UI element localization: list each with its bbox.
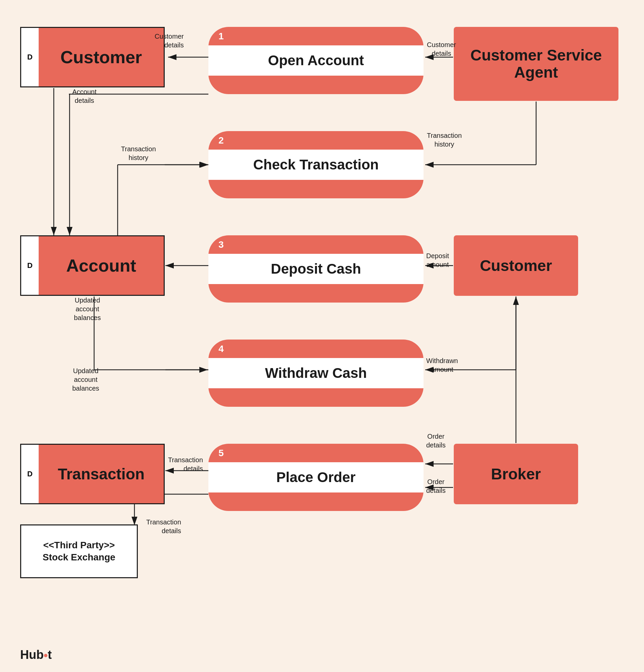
label-customer-details-right: Customerdetails [427,40,456,58]
process-4-bottom-bar [208,388,424,407]
process-5-bottom-bar [208,492,424,511]
process-3-top-bar: 3 [208,235,424,254]
customer-right-entity: Customer [454,235,578,296]
process-2-label-area: Check Transaction [208,149,424,180]
customer-datastore: D Customer [20,27,165,87]
process-check-transaction: 2 Check Transaction [208,131,424,198]
label-transaction-details-1: Transactiondetails [168,456,203,473]
process-open-account: 1 Open Account [208,27,424,94]
d-marker-transaction: D [20,444,39,504]
process-withdraw-cash: 4 Withdraw Cash [208,339,424,407]
process-5-top-bar: 5 [208,444,424,462]
process-4-top-bar: 4 [208,339,424,358]
label-customer-details-left: Customerdetails [155,32,184,49]
process-1-bottom-bar [208,76,424,94]
label-order-details-2: Orderdetails [426,477,446,495]
process-1-top-bar: 1 [208,27,424,45]
process-1-label-area: Open Account [208,45,424,76]
hubspot-dot [44,654,47,657]
process-place-order: 5 Place Order [208,444,424,511]
process-3-bottom-bar [208,284,424,302]
customer-service-agent-entity: Customer Service Agent [454,27,618,101]
process-2-top-bar: 2 [208,131,424,149]
label-updated-balances-2: Updatedaccountbalances [72,367,99,393]
process-deposit-cash: 3 Deposit Cash [208,235,424,302]
label-updated-balances-1: Updatedaccountbalances [74,296,101,322]
label-transaction-history-left: Transactionhistory [121,145,156,162]
d-marker-account: D [20,235,39,296]
third-party-stock-exchange: <<Third Party>>Stock Exchange [20,525,138,578]
diagram-container: D Customer 1 Open Account Customer Servi… [0,0,644,672]
process-5-label-area: Place Order [208,462,424,492]
label-deposit-amount: Depositamount [426,251,449,269]
process-3-label-area: Deposit Cash [208,254,424,284]
label-account-details: Accountdetails [72,87,96,105]
process-2-bottom-bar [208,180,424,198]
hubspot-logo: Hubt [20,648,52,662]
label-transaction-details-2: Transactiondetails [146,518,181,535]
d-marker-customer: D [20,27,39,87]
label-transaction-history-right: Transactionhistory [427,131,462,148]
process-4-label-area: Withdraw Cash [208,358,424,388]
account-entity-label: Account [39,235,165,296]
transaction-entity-label: Transaction [39,444,165,504]
transaction-datastore: D Transaction [20,444,165,504]
customer-entity-label: Customer [39,27,165,87]
label-withdrawn-amount: Withdrawnamount [426,356,458,374]
account-datastore: D Account [20,235,165,296]
label-order-details-1: Orderdetails [426,432,446,449]
broker-entity: Broker [454,444,578,504]
